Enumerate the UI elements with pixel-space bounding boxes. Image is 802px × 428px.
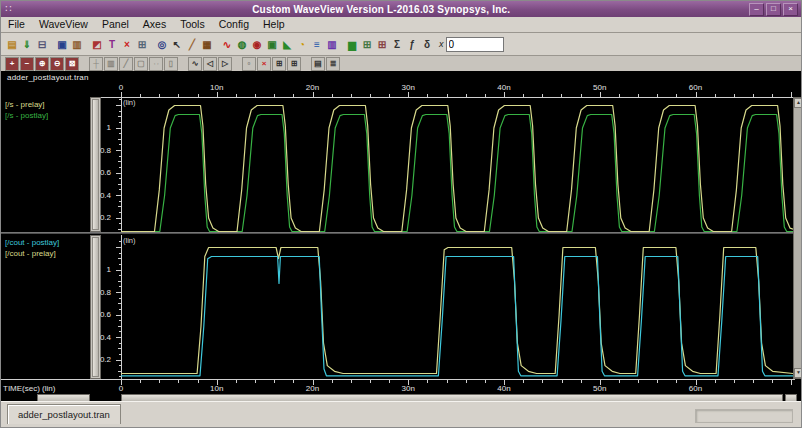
signal-name-cout-prelay[interactable]: [/cout - prelay] xyxy=(5,248,59,259)
axis-tick xyxy=(274,380,275,383)
close-button[interactable]: × xyxy=(783,3,798,16)
open-icon[interactable]: ▤ xyxy=(5,36,19,53)
menu-item-panel[interactable]: Panel xyxy=(95,17,136,32)
axis-tick-label: 60n xyxy=(689,384,702,393)
x-position-input[interactable] xyxy=(446,37,504,52)
axis-tick xyxy=(427,380,428,383)
probe-icon[interactable]: ╱ xyxy=(185,36,199,53)
panel-divider[interactable] xyxy=(1,232,795,234)
zoom-fit-icon[interactable]: ⊠ xyxy=(65,57,79,71)
waveform-vertical-scrollbar[interactable]: ▲ ▼ xyxy=(793,97,802,379)
delete-signal-icon[interactable]: × xyxy=(257,57,271,71)
hbar-chart-icon[interactable]: ≡ xyxy=(310,36,324,53)
smith-chart-icon[interactable]: ◍ xyxy=(235,36,249,53)
menu-item-help[interactable]: Help xyxy=(256,17,292,32)
axis-tick xyxy=(581,380,582,383)
sheet-icon[interactable]: ▤ xyxy=(311,57,325,71)
axis-tick xyxy=(236,380,237,383)
delta-icon[interactable]: δ xyxy=(420,36,434,53)
sigma-icon[interactable]: Σ xyxy=(390,36,404,53)
fx-icon[interactable]: ƒ xyxy=(405,36,419,53)
panel-cout-panel[interactable] xyxy=(115,235,793,379)
text-icon[interactable]: T xyxy=(105,36,119,53)
zoom-out-x-icon[interactable]: ⊖ xyxy=(50,57,64,71)
area-chart-icon[interactable]: ◣ xyxy=(280,36,294,53)
menu-item-file[interactable]: File xyxy=(1,17,32,32)
zoom-in-icon[interactable]: + xyxy=(5,57,19,71)
axis-tick-label: 30n xyxy=(402,83,415,92)
print-icon[interactable]: ⊟ xyxy=(35,36,49,53)
zoom-in-x-icon[interactable]: ⊕ xyxy=(35,57,49,71)
scroll-thumb[interactable] xyxy=(92,99,99,230)
menu-item-config[interactable]: Config xyxy=(212,17,256,32)
import-icon[interactable]: ⇓ xyxy=(20,36,34,53)
scroll-thumb[interactable] xyxy=(92,237,99,377)
zoom-out-icon[interactable]: − xyxy=(20,57,34,71)
waveform-icon[interactable]: ∿ xyxy=(220,36,234,53)
ungroup-icon[interactable]: ⊞ xyxy=(287,57,301,71)
calculator-icon[interactable]: ▦ xyxy=(200,36,214,53)
paste-icon[interactable]: ⊞ xyxy=(135,36,149,53)
system-menu-icon[interactable]: ∷ xyxy=(5,1,11,17)
histogram-icon[interactable]: ▆ xyxy=(345,36,359,53)
y-tick-label: 0.4 xyxy=(100,333,111,342)
wave-toolbar: +−⊕⊖⊠┼▥╱▢⇔▯∿◁▷▫×⊞⊞▤≣ xyxy=(1,56,801,71)
maximize-button[interactable]: □ xyxy=(766,3,781,16)
scroll-up-arrow[interactable]: ▲ xyxy=(794,98,802,108)
group-icon[interactable]: ⊞ xyxy=(272,57,286,71)
list-icon[interactable]: ≣ xyxy=(326,57,340,71)
y-tick-label: 0.4 xyxy=(100,191,111,200)
menu-item-waveview[interactable]: WaveView xyxy=(32,17,95,32)
axis-tick-label: 40n xyxy=(497,384,510,393)
minimize-button[interactable]: – xyxy=(749,3,764,16)
eye-diagram-icon[interactable]: ▣ xyxy=(265,36,279,53)
menu-item-tools[interactable]: Tools xyxy=(173,17,212,32)
axis-tick xyxy=(140,380,141,383)
split-icon[interactable]: ⇔ xyxy=(149,57,163,71)
page-icon[interactable]: ▢ xyxy=(134,57,148,71)
time-axis-label: TIME(sec) (lin) xyxy=(3,384,55,393)
draw-icon[interactable]: ╱ xyxy=(119,57,133,71)
menu-item-axes[interactable]: Axes xyxy=(136,17,173,32)
copy-wave-icon[interactable]: ⊞ xyxy=(360,36,374,53)
small-box-icon[interactable]: ▫ xyxy=(242,57,256,71)
axis-tick xyxy=(447,380,448,383)
save-icon[interactable]: ▣ xyxy=(55,36,69,53)
zoom-icon[interactable]: ◎ xyxy=(155,36,169,53)
paste-wave-icon[interactable]: ⊞ xyxy=(375,36,389,53)
ruler-icon[interactable]: ▥ xyxy=(104,57,118,71)
panel-s-panel[interactable] xyxy=(115,97,793,232)
crosshair-icon[interactable]: ┼ xyxy=(89,57,103,71)
pie-chart-icon[interactable]: ◔ xyxy=(295,36,309,53)
window-title: Custom WaveView Version L-2016.03 Synops… xyxy=(15,4,747,15)
document-label: adder_postlayout.tran xyxy=(7,73,89,82)
zoom-tools: +−⊕⊖⊠ xyxy=(5,57,80,71)
axis-tick-label: 20n xyxy=(306,83,319,92)
wave-cursor-icon[interactable]: ∿ xyxy=(188,57,202,71)
scroll-down-arrow[interactable]: ▼ xyxy=(794,368,802,378)
delete-icon[interactable]: × xyxy=(120,36,134,53)
title-bar[interactable]: ∷ Custom WaveView Version L-2016.03 Syno… xyxy=(1,1,801,17)
scale-label-cout-panel: (lin) xyxy=(123,236,136,245)
signal-name-s-postlay[interactable]: [/s - postlay] xyxy=(5,110,48,121)
select-icon[interactable]: ↖ xyxy=(170,36,184,53)
signal-name-s-prelay[interactable]: [/s - prelay] xyxy=(5,99,48,110)
axis-tick xyxy=(466,380,467,383)
polar-chart-icon[interactable]: ◉ xyxy=(250,36,264,53)
window-controls: –□× xyxy=(747,3,798,16)
axis-tick xyxy=(562,380,563,383)
edit-tools: ┼▥╱▢⇔▯ xyxy=(89,57,179,71)
trace-cout-postlay xyxy=(121,257,793,376)
column-icon[interactable]: ▯ xyxy=(164,57,178,71)
next-edge-icon[interactable]: ▷ xyxy=(218,57,232,71)
vbar-chart-icon[interactable]: ▥ xyxy=(325,36,339,53)
copy-file-icon[interactable]: ▥ xyxy=(70,36,84,53)
time-axis-bottom: TIME(sec) (lin) 010n20n30n40n50n60n xyxy=(1,379,795,395)
axis-tick-label: 60n xyxy=(689,83,702,92)
tab-adder-postlayout-tran[interactable]: adder_postlayout.tran xyxy=(7,404,121,424)
invert-icon[interactable]: ◩ xyxy=(90,36,104,53)
prev-edge-icon[interactable]: ◁ xyxy=(203,57,217,71)
signal-name-cout-postlay[interactable]: [/cout - postlay] xyxy=(5,237,59,248)
signal-list-scrollbar-1[interactable] xyxy=(90,97,101,232)
axis-tick xyxy=(198,380,199,383)
